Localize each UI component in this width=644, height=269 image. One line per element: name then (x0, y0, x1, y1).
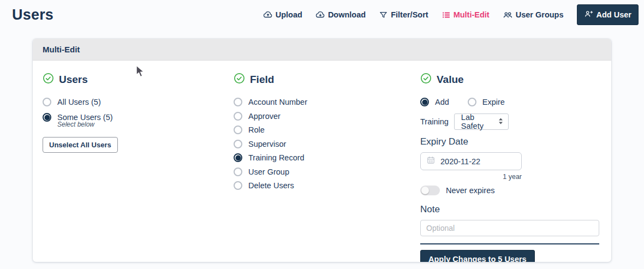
never-expires-label: Never expires (446, 186, 494, 195)
value-heading-label: Value (437, 74, 464, 86)
never-expires-row: Never expires (420, 186, 601, 195)
radio-add[interactable]: Add (420, 98, 449, 106)
mode-radio-group: Add Expire (420, 98, 601, 106)
check-circle-icon (234, 73, 245, 87)
training-row: Training Lab Safety (420, 113, 601, 130)
multi-edit-panel: Multi-Edit Users All Users (5) Some User… (33, 39, 611, 262)
value-column: Value Add Expire Training Lab Safety (420, 69, 601, 262)
check-circle-icon (43, 73, 54, 87)
radio-circle (234, 112, 242, 121)
radio-circle (234, 140, 242, 148)
radio-delete-users[interactable]: Delete Users (234, 181, 420, 190)
users-heading-label: Users (59, 74, 88, 86)
expiry-duration-hint: 1 year (420, 173, 522, 181)
users-column: Users All Users (5) Some Users (5) Selec… (43, 69, 234, 262)
check-circle-icon (420, 73, 432, 87)
radio-expire[interactable]: Expire (468, 98, 505, 106)
apply-changes-button[interactable]: Apply Changes to 5 Users (420, 250, 535, 262)
radio-circle (234, 168, 242, 176)
list-icon (442, 10, 451, 20)
toolbar: Upload Download Filter/Sort (263, 4, 639, 25)
unselect-all-users-button[interactable]: Unselect All Users (43, 137, 118, 153)
select-below-hint: Select below (57, 121, 234, 128)
calendar-icon (426, 156, 436, 167)
training-select-value: Lab Safety (461, 113, 493, 130)
expiry-date-input[interactable]: 2020-11-22 (420, 152, 522, 170)
field-heading-label: Field (250, 74, 274, 86)
toggle-knob (421, 187, 429, 194)
toolbar-item-label: Filter/Sort (391, 10, 428, 19)
panel-header: Multi-Edit (33, 39, 611, 61)
training-label: Training (420, 117, 449, 126)
radio-supervisor[interactable]: Supervisor (234, 140, 420, 148)
radio-circle (420, 98, 429, 106)
value-section-heading: Value (420, 73, 601, 87)
panel-title: Multi-Edit (43, 45, 80, 54)
radio-circle (234, 98, 242, 106)
note-heading: Note (420, 204, 601, 215)
add-user-label: Add User (597, 10, 631, 19)
radio-circle (234, 153, 242, 162)
radio-user-group[interactable]: User Group (234, 168, 420, 176)
radio-all-users[interactable]: All Users (5) (43, 98, 234, 106)
toolbar-item-label: Upload (276, 10, 302, 19)
radio-circle (43, 98, 51, 106)
toolbar-item-upload[interactable]: Upload (263, 10, 302, 20)
cloud-upload-icon (263, 10, 273, 20)
add-user-button[interactable]: Add User (577, 4, 639, 25)
field-column: Field Account Number Approver Role Super… (234, 69, 420, 262)
toolbar-item-download[interactable]: Download (315, 10, 366, 20)
toolbar-item-user-groups[interactable]: User Groups (503, 10, 564, 20)
note-divider (420, 243, 599, 244)
radio-circle (468, 98, 476, 106)
radio-circle (234, 181, 242, 190)
funnel-icon (379, 10, 388, 20)
training-select[interactable]: Lab Safety (454, 113, 509, 130)
note-input[interactable] (420, 220, 599, 236)
radio-account-number[interactable]: Account Number (234, 98, 420, 106)
toolbar-item-label: Download (328, 10, 366, 19)
radio-circle (234, 125, 242, 134)
never-expires-toggle[interactable] (420, 186, 440, 195)
select-arrows-icon (498, 117, 504, 127)
users-section-heading: Users (43, 73, 234, 87)
toolbar-item-filter-sort[interactable]: Filter/Sort (379, 10, 428, 20)
cloud-download-icon (315, 10, 325, 20)
toolbar-item-label: Multi-Edit (454, 10, 490, 19)
people-icon (503, 10, 513, 20)
toolbar-item-multi-edit[interactable]: Multi-Edit (442, 10, 490, 20)
radio-role[interactable]: Role (234, 125, 420, 134)
toolbar-item-label: User Groups (516, 10, 564, 19)
radio-approver[interactable]: Approver (234, 112, 420, 121)
page-title: Users (12, 7, 53, 23)
expiry-date-value: 2020-11-22 (440, 157, 480, 166)
person-add-icon (584, 9, 593, 20)
expiry-date-heading: Expiry Date (420, 136, 601, 147)
panel-body: Users All Users (5) Some Users (5) Selec… (33, 61, 611, 262)
app-header: Users Upload Download (0, 0, 644, 26)
field-section-heading: Field (234, 73, 420, 87)
radio-training-record[interactable]: Training Record (234, 153, 420, 162)
radio-circle (43, 113, 51, 122)
